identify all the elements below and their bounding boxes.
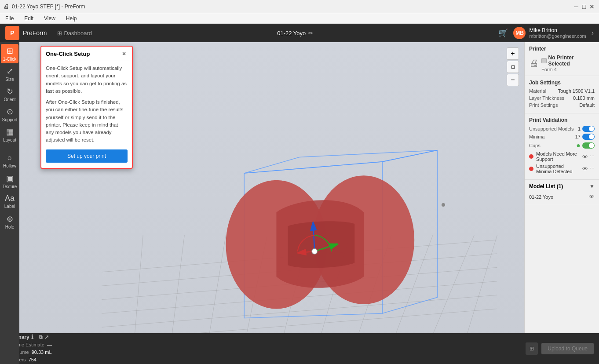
toolbar-label[interactable]: Aa Label (1, 192, 18, 211)
toolbar-layout[interactable]: ▦ Layout (1, 125, 18, 144)
warning-1-info-icon[interactable]: ⋯ (590, 153, 595, 160)
size-label: Size (5, 77, 14, 82)
svg-line-15 (465, 235, 497, 341)
label-icon: Aa (5, 194, 15, 203)
menu-view[interactable]: View (42, 15, 57, 22)
toolbar-hollow[interactable]: ○ Hollow (1, 151, 18, 171)
dashboard-label: Dashboard (64, 30, 92, 36)
layer-row: Layer Thickness 0.100 mm (529, 95, 595, 101)
warning-2: Unsupported Minima Detected 👁 ⋯ (529, 164, 595, 174)
app-logo: P (5, 26, 19, 40)
menu-bar: File Edit View Help (0, 13, 599, 24)
print-settings-value: Default (579, 102, 595, 108)
print-settings-row: Print Settings Default (529, 102, 595, 108)
cups-check-icon: ● (576, 142, 581, 149)
title-bar-controls[interactable]: ─ □ ✕ (573, 3, 595, 10)
svg-line-14 (428, 235, 475, 346)
minimize-button[interactable]: ─ (573, 3, 580, 10)
material-row: Material Tough 1500 V1.1 (529, 88, 595, 94)
model-list-expand-icon[interactable]: ▼ (589, 183, 595, 189)
cups-row: Cups ● (529, 142, 595, 149)
user-details: Mike Britton mbritton@goengineer.com (529, 27, 586, 39)
user-name: Mike Britton (529, 27, 586, 33)
popup-overlay: One-Click Setup × One-Click Setup will a… (40, 46, 133, 169)
time-value: — (47, 342, 52, 347)
warning-text-1: Models Need More Support (536, 151, 580, 162)
toolbar-1click[interactable]: ⊞ 1-Click (1, 44, 18, 63)
support-label: Support (2, 117, 17, 122)
dashboard-button[interactable]: ⊞ Dashboard (57, 30, 92, 36)
unsupported-count: 1 (578, 126, 581, 131)
user-avatar: MB (513, 27, 526, 39)
cups-controls: ● (576, 142, 595, 149)
setup-print-button[interactable]: Set up your print (46, 149, 128, 163)
model-list-title: Model List (1) ▼ (529, 183, 595, 189)
toolbar-support[interactable]: ⊙ Support (1, 105, 18, 124)
expand-button[interactable]: › (592, 29, 594, 37)
warning-text-2: Unsupported Minima Detected (536, 164, 580, 174)
edit-icon[interactable]: ✏ (308, 30, 313, 36)
minima-toggle[interactable] (582, 134, 595, 140)
orient-label: Orient (4, 97, 15, 102)
1click-label: 1-Click (3, 57, 17, 62)
minima-label: Minima (529, 134, 544, 139)
menu-edit[interactable]: Edit (22, 15, 35, 22)
size-icon: ⤢ (7, 66, 13, 76)
job-settings-title: Job Settings (529, 80, 595, 86)
printer-info: No Printer Selected Form 4 (541, 55, 595, 72)
unsupported-toggle[interactable] (582, 126, 595, 132)
bottom-bar: Summary ℹ ⧉ ↗ ⏱ Time Estimate — ⬡ Volume… (0, 333, 599, 364)
toolbar-hole[interactable]: ⊕ Hole (1, 212, 18, 231)
popup-close-button[interactable]: × (121, 50, 128, 57)
close-button[interactable]: ✕ (588, 3, 595, 10)
summary-copy-icon[interactable]: ⧉ (39, 334, 43, 340)
summary-info-icon[interactable]: ℹ (31, 334, 33, 340)
popup-header: One-Click Setup × (41, 47, 132, 61)
label-label: Label (4, 204, 15, 209)
cart-icon[interactable]: 🛒 (498, 28, 508, 38)
validation-title-text: Print Validation (529, 117, 567, 123)
one-click-popup: One-Click Setup × One-Click Setup will a… (40, 46, 133, 169)
menu-file[interactable]: File (4, 15, 15, 22)
print-validation-section: Print Validation Unsupported Models 1 Mi… (525, 113, 599, 180)
left-toolbar: ⊞ 1-Click ⤢ Size ↻ Orient ⊙ Support ▦ La… (0, 42, 19, 364)
printer-name: No Printer Selected (548, 55, 595, 67)
model-eye-icon-0[interactable]: 👁 (589, 193, 595, 200)
popup-title: One-Click Setup (46, 51, 90, 57)
warning-2-info-icon[interactable]: ⋯ (590, 166, 595, 172)
title-bar: 🖨 01-22 Yoyo.STEP [*] - PreForm ─ □ ✕ (0, 0, 599, 13)
maximize-button[interactable]: □ (581, 3, 588, 10)
svg-line-8 (208, 235, 226, 346)
popup-body-p1: One-Click Setup will automatically orien… (46, 65, 128, 95)
app-bar-right: 🛒 MB Mike Britton mbritton@goengineer.co… (498, 27, 594, 39)
texture-label: Texture (3, 184, 17, 189)
user-info[interactable]: MB Mike Britton mbritton@goengineer.com (513, 27, 586, 39)
job-title: 01-22 Yoyo ✏ (277, 30, 313, 36)
model-row-0[interactable]: 01-22 Yoyo 👁 (529, 192, 595, 201)
summary-expand-icon[interactable]: ↗ (44, 334, 49, 340)
svg-point-24 (312, 249, 318, 255)
toolbar-orient[interactable]: ↻ Orient (1, 84, 18, 104)
svg-line-6 (134, 235, 143, 346)
toolbar-texture[interactable]: ▣ Texture (1, 171, 18, 191)
hollow-label: Hollow (3, 164, 16, 168)
warning-1-eye-icon[interactable]: 👁 (582, 153, 588, 160)
cups-toggle[interactable] (582, 142, 595, 149)
svg-marker-17 (244, 150, 437, 173)
viewport[interactable]: One-Click Setup × One-Click Setup will a… (19, 42, 524, 364)
popup-body-p2: After One-Click Setup is finished, you c… (46, 98, 128, 144)
minima-controls: 17 (575, 134, 595, 140)
title-text: 01-22 Yoyo.STEP [*] - PreForm (12, 4, 85, 10)
minima-count: 17 (575, 134, 581, 139)
app-bar: P PreForm ⊞ Dashboard 01-22 Yoyo ✏ 🛒 MB … (0, 24, 599, 42)
toolbar-size[interactable]: ⤢ Size (1, 64, 18, 84)
app-bar-center: 01-22 Yoyo ✏ (95, 30, 495, 36)
layer-label: Layer Thickness (529, 95, 564, 101)
bottom-grid-icon[interactable]: ⊞ (526, 342, 538, 355)
app-icon: 🖨 (4, 3, 9, 10)
layers-value: 754 (29, 357, 37, 362)
material-label: Material (529, 88, 546, 94)
menu-help[interactable]: Help (64, 15, 79, 22)
warning-2-eye-icon[interactable]: 👁 (582, 166, 588, 172)
printer-status-icon (541, 58, 547, 63)
